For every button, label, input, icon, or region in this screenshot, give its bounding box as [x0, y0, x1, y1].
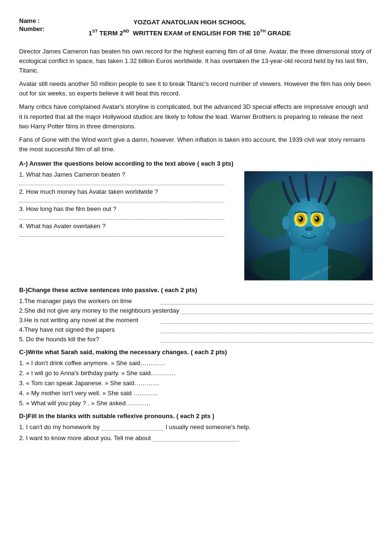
passive-item-5: 5. Do the hounds kill the fox? [19, 336, 373, 343]
reflexive-item-1: 1. I can't do my homework by I usually n… [19, 423, 373, 431]
reflexive-text-2a: 2. I want to know more about you. Tell m… [19, 434, 151, 442]
section-d: D-)Fill in the blanks with suitable refl… [19, 412, 373, 442]
svg-point-18 [282, 216, 290, 230]
section-a-title: A-) Answer the questions below according… [19, 160, 373, 167]
reflexive-text-1b: I usually need someone's help. [166, 423, 251, 431]
passive-line-4 [160, 326, 373, 333]
svg-point-13 [299, 217, 301, 219]
passive-text-3: 3.He is not writing any novel at the mom… [19, 316, 158, 324]
svg-point-22 [308, 233, 310, 234]
avatar-image: Printable.com [244, 171, 373, 281]
passive-line-5 [160, 336, 373, 343]
passage-p1: Director James Cameron has beaten his ow… [19, 47, 373, 75]
passive-item-3: 3.He is not writing any novel at the mom… [19, 316, 373, 324]
answer-line-2 [19, 196, 224, 202]
qa-item-2: 2. How much money has Avatar taken world… [19, 188, 235, 202]
reflexive-dots-2 [153, 435, 239, 442]
passive-item-4: 4.They have not signed the papers [19, 326, 373, 333]
svg-point-23 [289, 233, 291, 234]
qa-item-3: 3. How long has the film been out ? [19, 205, 235, 220]
svg-point-17 [310, 228, 313, 231]
answer-line-1 [19, 179, 224, 185]
svg-point-20 [295, 224, 297, 226]
exam-title: 1ST TERM 2ND WRITTEN EXAM of ENGLISH FOR… [88, 28, 291, 38]
passive-line-2 [182, 307, 373, 314]
svg-point-11 [298, 216, 303, 222]
passive-text-1: 1.The manager pays the workers on time [19, 297, 158, 305]
question-4: 4. What has Avater overtaken ? [19, 222, 235, 230]
svg-point-16 [305, 228, 308, 231]
header: Name : Number: YOZGAT ANATOLIAN HIGH SCH… [19, 17, 373, 38]
answer-line-4 [19, 230, 224, 237]
passive-item-2: 2.She did not give any money to the neig… [19, 307, 373, 314]
reported-item-5: 5. « What will you play ? . » She asked…… [19, 400, 373, 407]
passage-p2: Avatar still needs another 50 million pe… [19, 79, 373, 98]
svg-point-6 [286, 198, 332, 250]
number-label: Number: [19, 25, 44, 32]
qa-image-row: 1. What has James Cameron beaten ? 2. Ho… [19, 171, 373, 281]
reading-passage: Director James Cameron has beaten his ow… [19, 47, 373, 154]
svg-point-14 [315, 217, 317, 219]
page-container: Name : Number: YOZGAT ANATOLIAN HIGH SCH… [19, 17, 373, 442]
reflexive-text-1a: 1. I can't do my homework by [19, 423, 100, 431]
question-3: 3. How long has the film been out ? [19, 205, 235, 212]
qa-item-4: 4. What has Avater overtaken ? [19, 222, 235, 237]
qa-left: 1. What has James Cameron beaten ? 2. Ho… [19, 171, 235, 281]
qa-item-1: 1. What has James Cameron beaten ? [19, 171, 235, 185]
header-center: YOZGAT ANATOLIAN HIGH SCHOOL 1ST TERM 2N… [88, 17, 291, 38]
passive-line-3 [160, 317, 373, 324]
section-c-title: C-)Write what Sarah said, making the nec… [19, 348, 373, 356]
section-a: A-) Answer the questions below according… [19, 160, 373, 281]
svg-point-19 [328, 216, 336, 230]
svg-point-12 [315, 216, 319, 222]
reported-item-1: 1. « I don't drink coffee anymore. » She… [19, 359, 373, 367]
reflexive-dots-1 [102, 424, 164, 431]
reported-item-4: 4. « My mother isn't very well. » She sa… [19, 390, 373, 397]
question-1: 1. What has James Cameron beaten ? [19, 171, 235, 178]
school-name: YOZGAT ANATOLIAN HIGH SCHOOL [88, 17, 291, 28]
reported-item-2: 2. « I will go to Anna's birthday party.… [19, 369, 373, 377]
passive-text-5: 5. Do the hounds kill the fox? [19, 336, 158, 343]
svg-point-21 [321, 224, 323, 226]
section-d-title: D-)Fill in the blanks with suitable refl… [19, 412, 373, 420]
reported-item-3: 3. « Tom can speak Japanese. » She said…… [19, 379, 373, 387]
section-c: C-)Write what Sarah said, making the nec… [19, 348, 373, 407]
passive-line-1 [160, 298, 373, 305]
answer-line-3 [19, 213, 224, 220]
header-left: Name : Number: [19, 17, 44, 38]
passive-text-4: 4.They have not signed the papers [19, 326, 158, 333]
avatar-svg: Printable.com [244, 171, 373, 281]
passage-p4: Fans of Gone with the Wind won't give a … [19, 135, 373, 154]
reflexive-item-2: 2. I want to know more about you. Tell m… [19, 434, 373, 442]
section-b-title: B-)Change these active sentences into pa… [19, 286, 373, 294]
name-label: Name : [19, 17, 44, 24]
question-2: 2. How much money has Avatar taken world… [19, 188, 235, 195]
svg-point-24 [328, 233, 329, 234]
passive-text-2: 2.She did not give any money to the neig… [19, 307, 179, 314]
passage-p3: Many critics have complained Avatar's st… [19, 102, 373, 131]
passive-item-1: 1.The manager pays the workers on time [19, 297, 373, 305]
section-b: B-)Change these active sentences into pa… [19, 286, 373, 343]
